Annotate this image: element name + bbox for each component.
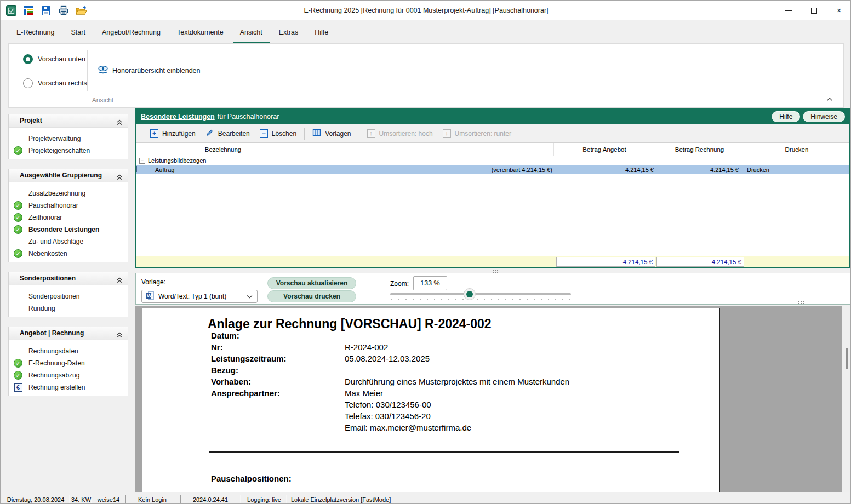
sidebar-item-pauschalhonorar[interactable]: ✓Pauschalhonorar <box>9 199 128 211</box>
status-license: Lokale Einzelplatzversion [FastMode] <box>288 495 397 504</box>
sidebar-item-rechnungsdaten[interactable]: Rechnungsdaten <box>9 345 128 357</box>
section-title: Ausgewählte Gruppierung <box>20 171 102 179</box>
help-button[interactable]: Hilfe <box>772 111 800 122</box>
tab-ansicht[interactable]: Ansicht <box>233 24 270 43</box>
check-icon: ✓ <box>14 146 22 155</box>
sidebar-item-e-rechnung-daten[interactable]: ✓E-Rechnung-Daten <box>9 357 128 369</box>
column-header-betrag-rechnung[interactable]: Betrag Rechnung <box>655 143 744 156</box>
doc-contact-email: Email: max.meier@musterfirma.de <box>345 422 471 433</box>
cell-betrag-rechnung: 4.214,15 € <box>655 165 744 174</box>
sidebar-item-zeithonorar[interactable]: ✓Zeithonorar <box>9 211 128 224</box>
doc-field-leistungszeitraum: Leistungszeitraum: 05.08.2024-12.03.2025 <box>211 353 430 364</box>
document-page: Anlage zur Rechnung [VORSCHAU] R-2024-00… <box>142 308 720 492</box>
status-host: weise14 <box>93 495 124 504</box>
arrow-up-icon: ↑ <box>367 129 375 138</box>
sum-betrag-angebot: 4.214,15 € <box>556 257 655 267</box>
sidebar-item-nebenkosten[interactable]: ✓Nebenkosten <box>9 248 128 260</box>
title-bar: E-Rechnung 2025 [Rechnung für 0001 Muste… <box>1 1 851 20</box>
document-preview-pane: Anlage zur Rechnung [VORSCHAU] R-2024-00… <box>135 306 851 492</box>
collapse-ribbon-button[interactable] <box>825 95 835 103</box>
radio-preview-right[interactable]: Vorschau rechts <box>23 77 87 89</box>
tab-e-rechnung[interactable]: E-Rechnung <box>9 24 62 43</box>
section-title: Sonderpositionen <box>20 274 76 282</box>
eye-icon <box>98 65 108 76</box>
table-summary-row: 4.214,15 € 4.214,15 € <box>136 256 849 267</box>
chevrons-up-icon <box>116 117 123 130</box>
sidebar-item-projekteigenschaften[interactable]: ✓Projekteigenschaften <box>9 145 128 157</box>
chevrons-up-icon <box>116 275 123 288</box>
delete-button[interactable]: −Löschen <box>255 127 301 140</box>
tab-extras[interactable]: Extras <box>272 24 305 43</box>
column-header-spacer[interactable] <box>310 143 554 156</box>
group-label: Leistungsbildbezogen <box>148 157 206 164</box>
fee-overview-toggle[interactable]: Honorarübersicht einblenden <box>93 64 205 77</box>
sidebar-item-zu-und-abschlaege[interactable]: Zu- und Abschläge <box>9 236 128 248</box>
minimize-button[interactable] <box>776 1 801 20</box>
hints-button[interactable]: Hinweise <box>803 111 845 122</box>
refresh-preview-button[interactable]: Vorschau aktualisieren <box>267 277 356 289</box>
check-icon: ✓ <box>14 225 22 234</box>
add-button[interactable]: +Hinzufügen <box>145 127 201 140</box>
print-preview-button[interactable]: Vorschau drucken <box>267 290 356 302</box>
edit-button[interactable]: Bearbeiten <box>201 126 255 141</box>
column-header-drucken[interactable]: Drucken <box>744 143 849 156</box>
maximize-icon <box>811 8 817 14</box>
zoom-slider-track[interactable] <box>390 293 571 295</box>
section-header-gruppierung[interactable]: Ausgewählte Gruppierung <box>9 169 128 182</box>
zoom-label: Zoom: <box>390 280 409 288</box>
radio-preview-bottom[interactable]: Vorschau unten <box>23 53 85 65</box>
template-selected-value: Word/Text: Typ 1 (bunt) <box>158 293 226 300</box>
toolbar-separator <box>304 128 305 140</box>
tab-start[interactable]: Start <box>64 24 93 43</box>
sidebar-item-rundung[interactable]: Rundung <box>9 302 128 314</box>
sidebar-section-angebot-rechnung: Angebot | Rechnung Rechnungsdaten ✓E-Rec… <box>8 327 128 396</box>
sidebar-item-rechnungsabzug[interactable]: ✓Rechnungsabzug <box>9 369 128 381</box>
scrollbar-thumb[interactable] <box>846 348 848 369</box>
horizontal-splitter[interactable] <box>135 268 850 273</box>
sidebar-item-projektverwaltung[interactable]: Projektverwaltung <box>9 133 128 145</box>
section-header-angebot-rechnung[interactable]: Angebot | Rechnung <box>9 327 128 340</box>
collapse-group-icon[interactable]: − <box>139 158 145 164</box>
table-header-row: Bezeichnung Betrag Angebot Betrag Rechnu… <box>136 143 849 156</box>
section-header-sonderpositionen[interactable]: Sonderpositionen <box>9 272 128 285</box>
tab-textdokumente[interactable]: Textdokumente <box>170 24 231 43</box>
sidebar-item-besondere-leistungen[interactable]: ✓Besondere Leistungen <box>9 224 128 236</box>
template-dropdown[interactable]: W Word/Text: Typ 1 (bunt) <box>141 290 258 303</box>
panel-header: Besondere Leistungen für Pauschalhonorar… <box>136 109 849 124</box>
table-group-row[interactable]: − Leistungsbildbezogen <box>136 156 849 165</box>
preview-scrollbar[interactable] <box>842 306 851 492</box>
zoom-slider-thumb[interactable] <box>464 288 476 300</box>
cell-vereinbart: (vereinbart 4.214,15 €) <box>310 165 554 174</box>
sort-up-button[interactable]: ↑Umsortieren: hoch <box>362 127 438 140</box>
close-button[interactable]: × <box>826 1 851 20</box>
minimize-icon <box>785 10 792 11</box>
sidebar-item-rechnung-erstellen[interactable]: €Rechnung erstellen <box>9 381 128 393</box>
sidebar-item-sonderpositionen[interactable]: Sonderpositionen <box>9 290 128 302</box>
maximize-button[interactable] <box>801 1 826 20</box>
panel-toolbar: +Hinzufügen Bearbeiten −Löschen Vorlagen… <box>136 124 849 143</box>
column-header-bezeichnung[interactable]: Bezeichnung <box>136 143 310 156</box>
leistungen-table: Bezeichnung Betrag Angebot Betrag Rechnu… <box>136 143 849 267</box>
pencil-icon <box>205 128 214 139</box>
templates-button[interactable]: Vorlagen <box>307 126 356 141</box>
section-title: Angebot | Rechnung <box>20 329 84 337</box>
ribbon-divider <box>87 50 88 91</box>
column-header-betrag-angebot[interactable]: Betrag Angebot <box>554 143 655 156</box>
splitter-grip-icon <box>493 270 494 271</box>
chevron-up-icon <box>826 97 833 101</box>
sort-down-button[interactable]: ↓Umsortieren: runter <box>438 127 516 140</box>
panel-subtitle: für Pauschalhonorar <box>218 113 279 121</box>
tab-hilfe[interactable]: Hilfe <box>307 24 335 43</box>
splitter-grip-icon <box>798 301 799 302</box>
slider-thumb-dot <box>466 291 473 297</box>
table-row-auftrag[interactable]: Auftrag (vereinbart 4.214,15 €) 4.214,15… <box>136 165 849 174</box>
chevrons-up-icon <box>116 172 123 185</box>
sidebar-item-zusatzbezeichnung[interactable]: Zusatzbezeichnung <box>9 187 128 199</box>
tab-angebot-rechnung[interactable]: Angebot/Rechnung <box>95 24 168 43</box>
zoom-value-box[interactable]: 133 % <box>413 276 447 290</box>
ribbon-group-border <box>197 44 197 107</box>
status-bar: Dienstag, 20.08.2024 34. KW weise14 Kein… <box>1 494 851 504</box>
doc-field-ansprechpartner: Ansprechpartner: Max Meier <box>211 387 383 399</box>
besondere-leistungen-panel: Besondere Leistungen für Pauschalhonorar… <box>135 108 850 268</box>
section-header-projekt[interactable]: Projekt <box>9 114 128 128</box>
